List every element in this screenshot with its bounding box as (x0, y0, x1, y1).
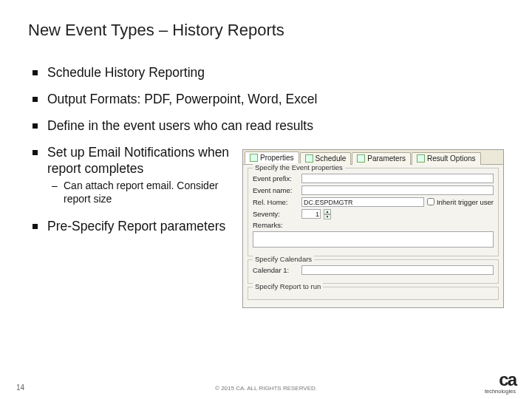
tab-properties[interactable]: Properties (245, 151, 299, 164)
stepper-down-icon[interactable]: ▼ (324, 214, 331, 219)
group-report: Specify Report to run (248, 287, 499, 300)
event-dialog: Properties Schedule Parameters Result Op… (242, 149, 504, 308)
group-calendars-legend: Specify Calendars (253, 255, 314, 263)
textarea-remarks[interactable] (253, 231, 494, 248)
ca-logo: ca technologies (485, 372, 516, 395)
label-event-prefix: Event prefix: (253, 174, 299, 183)
input-calendar1[interactable] (301, 265, 494, 275)
copyright: © 2015 CA. ALL RIGHTS RESERVED. (0, 385, 532, 392)
label-seventy: Seventy: (253, 210, 299, 218)
tab-result-options[interactable]: Result Options (412, 152, 481, 165)
tab-properties-label: Properties (260, 154, 294, 162)
subbullet-attach-report: Can attach report email. Consider report… (47, 180, 235, 205)
label-rel-home: Rel. Home: (253, 198, 299, 206)
input-event-prefix[interactable] (301, 174, 494, 183)
group-report-legend: Specify Report to run (253, 282, 323, 290)
logo-text: ca (499, 372, 516, 388)
parameters-icon (357, 154, 365, 163)
input-seventy[interactable]: 1 (301, 209, 321, 219)
tab-result-options-label: Result Options (427, 154, 476, 163)
tab-parameters-label: Parameters (367, 154, 406, 163)
label-calendar1: Calendar 1: (253, 266, 299, 274)
slide-title: New Event Types – History Reports (28, 21, 504, 40)
tab-schedule-label: Schedule (316, 154, 347, 163)
bullet-email-text: Set up Email Notifications when report c… (47, 145, 229, 176)
logo-tagline: technologies (485, 388, 516, 395)
label-remarks: Remarks: (253, 221, 299, 229)
bullet-email-notifications: Set up Email Notifications when report c… (28, 145, 235, 206)
checkbox-inherit-trigger[interactable]: Inherit trigger user (427, 198, 494, 206)
bullet-output-formats: Output Formats: PDF, Powerpoint, Word, E… (28, 92, 504, 108)
bullet-pre-specify: Pre-Specify Report parameters (28, 219, 235, 235)
tab-bar: Properties Schedule Parameters Result Op… (243, 150, 503, 165)
input-event-name[interactable] (301, 185, 494, 195)
checkbox-inherit-label: Inherit trigger user (437, 198, 494, 206)
group-event-properties: Specify the Event properties Event prefi… (248, 168, 499, 256)
checkbox-inherit-input[interactable] (427, 198, 434, 205)
group-event-legend: Specify the Event properties (253, 163, 345, 171)
properties-icon (250, 154, 258, 162)
result-options-icon (417, 154, 425, 163)
bullet-schedule-history: Schedule History Reporting (28, 65, 504, 81)
tab-parameters[interactable]: Parameters (352, 152, 411, 165)
label-event-name: Event name: (253, 186, 299, 194)
schedule-icon (305, 154, 313, 163)
group-calendars: Specify Calendars Calendar 1: (248, 259, 499, 284)
input-rel-home[interactable]: DC.ESPDMGTR (301, 197, 424, 207)
stepper-seventy[interactable]: ▲▼ (324, 209, 331, 219)
bullet-define-users: Define in the event users who can read r… (28, 118, 504, 134)
stepper-up-icon[interactable]: ▲ (324, 209, 331, 214)
